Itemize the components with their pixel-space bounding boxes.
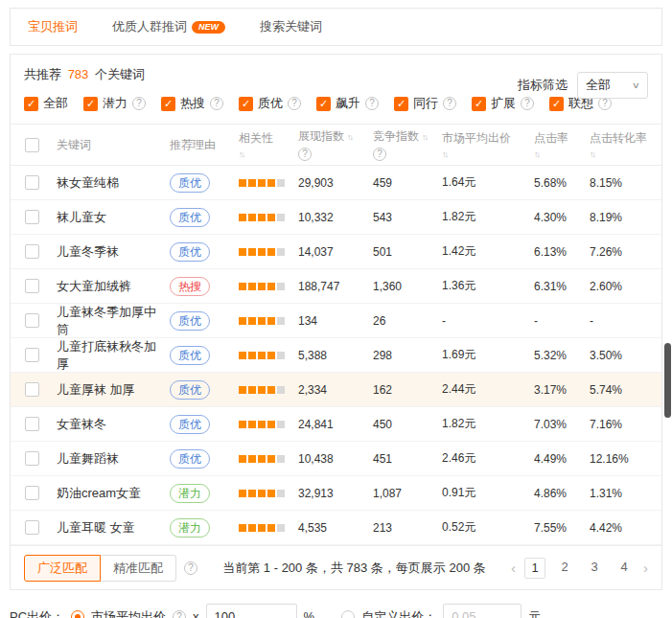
filter-option-quality[interactable]: ✓质优? <box>239 95 301 112</box>
sort-icon[interactable]: ↑↓ <box>534 149 541 159</box>
competition-value: 213 <box>369 521 438 535</box>
match-exact-button[interactable]: 精准匹配 <box>101 555 176 582</box>
table-row[interactable]: 奶油cream女童潜力32,9131,0870.91元4.86%1.31% <box>11 476 661 511</box>
impression-value: 134 <box>294 314 369 328</box>
table-row[interactable]: 儿童舞蹈袜质优10,4384512.46元4.49%12.16% <box>11 442 661 476</box>
table-row[interactable]: 儿童打底袜秋冬加厚质优5,3882981.69元5.32%3.50% <box>11 338 661 373</box>
select-all-checkbox[interactable] <box>25 138 39 152</box>
page-3[interactable]: 3 <box>584 558 605 579</box>
filter-option-all[interactable]: ✓全部 <box>24 95 68 112</box>
help-icon[interactable]: ? <box>132 97 146 110</box>
row-checkbox[interactable] <box>25 279 39 293</box>
filter-option-peer[interactable]: ✓同行? <box>394 95 456 112</box>
relevance-bars <box>239 455 285 463</box>
help-icon[interactable]: ? <box>598 97 612 110</box>
row-checkbox[interactable] <box>25 520 39 535</box>
competition-value: 459 <box>369 176 438 190</box>
row-checkbox[interactable] <box>25 451 39 466</box>
row-select-cell <box>11 451 53 466</box>
checkbox-icon[interactable]: ✓ <box>239 97 253 111</box>
impression-value: 10,438 <box>294 452 369 466</box>
row-checkbox[interactable] <box>25 382 39 397</box>
table-row[interactable]: 儿童厚袜 加厚质优2,3341622.44元3.17%5.74% <box>11 373 661 407</box>
page-4[interactable]: 4 <box>614 558 635 579</box>
reason-badge: 质优 <box>170 173 210 193</box>
market-price-radio[interactable] <box>71 610 84 618</box>
sort-icon[interactable]: ↑↓ <box>239 149 245 159</box>
page-2[interactable]: 2 <box>554 558 575 579</box>
custom-price-input[interactable] <box>443 604 521 618</box>
sort-icon[interactable]: ↑↓ <box>422 132 429 142</box>
help-icon[interactable]: ? <box>521 97 534 110</box>
table-row[interactable]: 儿童耳暖 女童潜力4,5352130.52元7.55%4.42% <box>11 511 661 545</box>
table-row[interactable]: 儿童袜冬季加厚中筒质优13426--- <box>11 304 661 338</box>
row-checkbox[interactable] <box>25 348 39 362</box>
market-multiplier-input[interactable] <box>206 604 297 618</box>
table-row[interactable]: 女童袜冬质优24,8414501.82元7.03%7.16% <box>11 407 661 442</box>
filter-option-potential[interactable]: ✓潜力? <box>83 95 146 112</box>
help-icon[interactable]: ? <box>373 148 386 161</box>
row-checkbox[interactable] <box>25 244 39 259</box>
ctr-value: 6.31% <box>530 280 586 293</box>
relevance-bar <box>267 455 275 463</box>
tab-sousuo[interactable]: 搜索关键词 <box>243 9 339 45</box>
match-broad-button[interactable]: 广泛匹配 <box>24 555 101 582</box>
checkbox-icon[interactable]: ✓ <box>83 97 98 111</box>
match-help-icon[interactable]: ? <box>184 561 197 575</box>
tab-renqun[interactable]: 优质人群推词NEW <box>95 9 243 45</box>
cvr-value: 2.60% <box>586 280 653 293</box>
tab-label: 宝贝推词 <box>28 18 78 35</box>
pagination-next-icon[interactable]: › <box>643 560 648 576</box>
custom-price-radio[interactable] <box>341 610 355 618</box>
custom-price-label: 自定义出价： <box>361 608 436 618</box>
checkbox-icon[interactable]: ✓ <box>161 97 175 111</box>
keyword-text: 袜女童纯棉 <box>53 174 166 192</box>
filter-option-hot[interactable]: ✓热搜? <box>161 95 223 112</box>
table-row[interactable]: 袜儿童女质优10,3325431.82元4.30%8.19% <box>11 200 661 235</box>
help-icon[interactable]: ? <box>210 97 223 110</box>
header-label: 市场平均出价 <box>442 130 511 147</box>
metric-filter-select[interactable]: 全部 ∨ <box>577 72 648 99</box>
checkbox-icon[interactable]: ✓ <box>472 97 486 111</box>
pc-bid-label: PC出价： <box>10 608 64 618</box>
table-row[interactable]: 儿童冬季袜质优14,0375011.42元6.13%7.26% <box>11 235 661 269</box>
relevance-bar <box>239 421 246 428</box>
checkbox-icon[interactable]: ✓ <box>316 97 331 111</box>
sort-icon[interactable]: ↑↓ <box>347 132 354 142</box>
avg-price-value: 1.82元 <box>438 209 530 225</box>
relevance-bar <box>267 352 275 359</box>
filter-option-rising[interactable]: ✓飙升? <box>316 95 379 112</box>
sort-icon[interactable]: ↑↓ <box>442 149 449 159</box>
row-checkbox[interactable] <box>25 175 39 190</box>
tab-baobei[interactable]: 宝贝推词 <box>11 9 95 45</box>
pagination-prev-icon[interactable]: ‹ <box>511 560 516 576</box>
help-icon[interactable]: ? <box>365 97 379 110</box>
scrollbar-thumb[interactable] <box>664 343 671 418</box>
reason-badge: 热搜 <box>170 277 210 296</box>
sort-icon[interactable]: ↑↓ <box>590 149 596 159</box>
cvr-value: 12.16% <box>586 452 653 466</box>
page-1[interactable]: 1 <box>524 558 545 579</box>
row-checkbox[interactable] <box>25 486 39 500</box>
keyword-count: 783 <box>68 67 89 81</box>
reason-cell: 质优 <box>166 415 235 434</box>
help-icon[interactable]: ? <box>298 148 312 161</box>
keyword-text: 奶油cream女童 <box>53 485 166 502</box>
relevance-bar <box>248 352 256 359</box>
relevance-bar <box>258 214 266 221</box>
checkbox-icon[interactable]: ✓ <box>394 97 408 111</box>
checkbox-icon[interactable]: ✓ <box>24 97 38 111</box>
metric-filter-label: 指标筛选 <box>518 77 568 94</box>
help-icon[interactable]: ? <box>443 97 456 110</box>
market-price-help-icon[interactable]: ? <box>173 610 186 618</box>
table-row[interactable]: 女大童加绒裤热搜188,7471,3601.36元6.31%2.60% <box>11 269 661 304</box>
row-checkbox[interactable] <box>25 210 39 224</box>
relevance-bar <box>277 317 285 325</box>
row-select-cell <box>11 348 53 362</box>
table-row[interactable]: 袜女童纯棉质优29,9034591.64元5.68%8.15% <box>11 166 661 200</box>
competition-value: 543 <box>369 211 438 224</box>
row-checkbox[interactable] <box>25 313 39 328</box>
help-icon[interactable]: ? <box>288 97 301 110</box>
ctr-value: 5.32% <box>530 349 586 362</box>
row-checkbox[interactable] <box>25 417 39 431</box>
